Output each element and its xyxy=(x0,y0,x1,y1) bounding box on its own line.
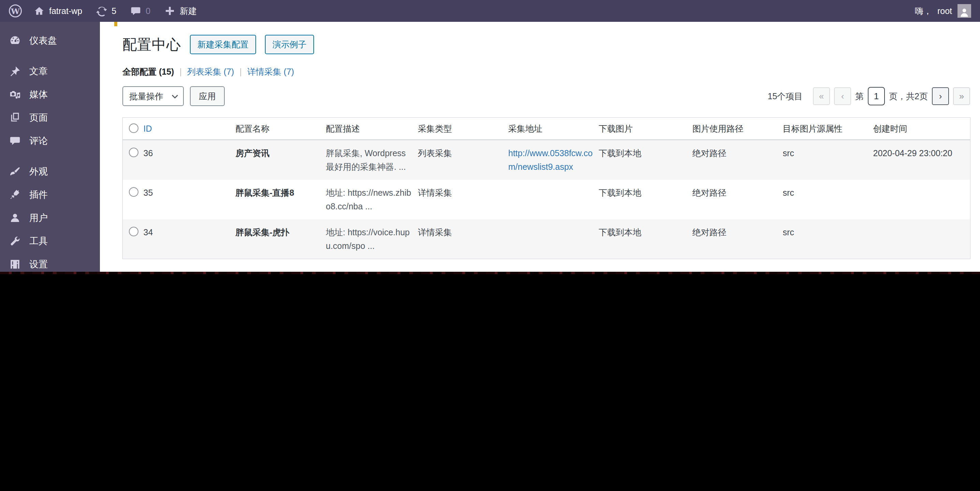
filter-separator: | xyxy=(179,67,182,77)
comment-count: 0 xyxy=(146,6,150,16)
sidebar-item-posts[interactable]: 文章 xyxy=(0,60,100,83)
paintbrush-icon xyxy=(9,165,21,178)
plug-icon xyxy=(9,189,21,201)
cell-image-path: 绝对路径 xyxy=(692,219,783,259)
next-page-button[interactable]: › xyxy=(932,87,949,105)
site-name-link[interactable]: fatrat-wp xyxy=(33,5,82,17)
sidebar-label: 仪表盘 xyxy=(29,35,57,47)
update-count: 5 xyxy=(111,6,116,16)
row-checkbox[interactable] xyxy=(129,187,138,197)
header-created: 创建时间 xyxy=(873,118,970,140)
render-artifact-line xyxy=(0,272,980,274)
filter-separator: | xyxy=(239,67,242,77)
sidebar-item-media[interactable]: 媒体 xyxy=(0,83,100,106)
table-row: 34 胖鼠采集-虎扑 地址: https://voice.hupu.com/sp… xyxy=(123,219,970,259)
home-icon xyxy=(33,5,45,17)
config-list-table: ID 配置名称 配置描述 采集类型 采集地址 下载图片 图片使用路径 目标图片源… xyxy=(123,117,970,259)
comment-bubble-icon xyxy=(130,5,142,17)
wordpress-logo-icon: W xyxy=(9,5,22,17)
cell-src-attr: src xyxy=(783,219,873,259)
dashboard-gauge-icon xyxy=(9,35,21,47)
bulk-actions-group: 批量操作 应用 xyxy=(123,86,225,106)
cell-config-desc: 地址: https://news.zhibo8.cc/nba ... xyxy=(326,188,411,211)
table-nav: 批量操作 应用 15个项目 « ‹ 第 页，共2页 › » xyxy=(123,86,970,106)
cell-collect-type: 列表采集 xyxy=(418,140,508,180)
cell-config-name: 胖鼠采集-虎扑 xyxy=(235,227,290,237)
filter-all[interactable]: 全部配置 (15) xyxy=(123,66,174,78)
admin-bar-account[interactable]: 嗨， root xyxy=(915,4,971,18)
wp-logo-menu[interactable]: W xyxy=(9,5,22,17)
cell-created xyxy=(873,180,970,219)
sidebar-item-pages[interactable]: 页面 xyxy=(0,106,100,129)
sidebar-label: 评论 xyxy=(29,135,48,147)
cell-collect-type: 详情采集 xyxy=(418,180,508,219)
sidebar-label: 工具 xyxy=(29,235,48,247)
media-camera-icon xyxy=(9,88,21,100)
sidebar-item-tools[interactable]: 工具 xyxy=(0,230,100,252)
page-header: 配置中心 新建采集配置 演示例子 xyxy=(123,35,314,54)
avatar xyxy=(958,4,971,18)
comments-link[interactable]: 0 xyxy=(130,5,150,17)
page-label-prefix: 第 xyxy=(855,91,864,102)
filter-list-collect[interactable]: 列表采集 (7) xyxy=(187,66,234,78)
header-image-path: 图片使用路径 xyxy=(692,118,783,140)
sidebar-item-comments[interactable]: 评论 xyxy=(0,130,100,152)
current-page-input[interactable] xyxy=(868,87,885,105)
admin-content: 配置中心 新建采集配置 演示例子 全部配置 (15) | 列表采集 (7) | … xyxy=(100,22,980,273)
cell-image-path: 绝对路径 xyxy=(692,140,783,180)
cell-created: 2020-04-29 23:00:20 xyxy=(873,140,970,180)
sort-by-id-link[interactable]: ID xyxy=(143,124,152,133)
sidebar-label: 用户 xyxy=(29,212,48,224)
sidebar-item-plugins[interactable]: 插件 xyxy=(0,183,100,206)
page-label-suffix: 页，共2页 xyxy=(889,91,928,102)
last-page-button[interactable]: » xyxy=(953,87,970,105)
cell-created xyxy=(873,219,970,259)
updates-link[interactable]: 5 xyxy=(96,5,116,17)
sidebar-label: 插件 xyxy=(29,189,48,201)
cell-id: 34 xyxy=(143,219,235,259)
site-name: fatrat-wp xyxy=(49,6,82,16)
cell-download: 下载到本地 xyxy=(599,180,692,219)
notice-remnant xyxy=(114,22,117,26)
greeting-text: 嗨， xyxy=(915,5,932,17)
select-all-checkbox[interactable] xyxy=(129,124,138,133)
pagination: 15个项目 « ‹ 第 页，共2页 › » xyxy=(768,87,970,105)
new-label: 新建 xyxy=(180,5,197,17)
new-content-link[interactable]: 新建 xyxy=(164,5,197,17)
apply-button[interactable]: 应用 xyxy=(190,86,225,106)
header-config-name: 配置名称 xyxy=(235,118,326,140)
cell-collect-url xyxy=(508,219,599,259)
blackout-region xyxy=(0,272,980,491)
cell-collect-type: 详情采集 xyxy=(418,219,508,259)
wrench-icon xyxy=(9,235,21,247)
new-config-button[interactable]: 新建采集配置 xyxy=(190,35,256,54)
username: root xyxy=(937,6,952,16)
comments-icon xyxy=(9,135,21,147)
filter-detail-collect[interactable]: 详情采集 (7) xyxy=(247,66,294,78)
demo-button[interactable]: 演示例子 xyxy=(265,35,314,54)
sidebar-item-dashboard[interactable]: 仪表盘 xyxy=(0,29,100,52)
prev-page-button: ‹ xyxy=(834,87,851,105)
cell-collect-url xyxy=(508,180,599,219)
row-checkbox[interactable] xyxy=(129,227,138,236)
cell-image-path: 绝对路径 xyxy=(692,180,783,219)
sidebar-label: 设置 xyxy=(29,258,48,270)
cell-src-attr: src xyxy=(783,180,873,219)
table-row: 35 胖鼠采集-直播8 地址: https://news.zhibo8.cc/n… xyxy=(123,180,970,219)
admin-bar: W fatrat-wp 5 0 新建 嗨， xyxy=(0,0,980,22)
settings-sliders-icon xyxy=(9,258,21,270)
row-checkbox[interactable] xyxy=(129,148,138,157)
bulk-action-label: 批量操作 xyxy=(129,91,163,102)
pushpin-icon xyxy=(9,65,21,78)
header-collect-url: 采集地址 xyxy=(508,118,599,140)
sidebar-item-appearance[interactable]: 外观 xyxy=(0,160,100,183)
collect-url-link[interactable]: http://www.0538fcw.com/newslist9.aspx xyxy=(508,146,594,173)
sidebar-label: 媒体 xyxy=(29,88,48,100)
cell-config-desc: 地址: https://voice.hupu.com/spo ... xyxy=(326,227,410,251)
cell-id: 35 xyxy=(143,180,235,219)
bulk-action-select[interactable]: 批量操作 xyxy=(123,86,184,106)
filter-links: 全部配置 (15) | 列表采集 (7) | 详情采集 (7) xyxy=(123,66,294,78)
updates-icon xyxy=(96,5,107,17)
sidebar-item-users[interactable]: 用户 xyxy=(0,207,100,229)
sidebar-label: 文章 xyxy=(29,65,48,78)
